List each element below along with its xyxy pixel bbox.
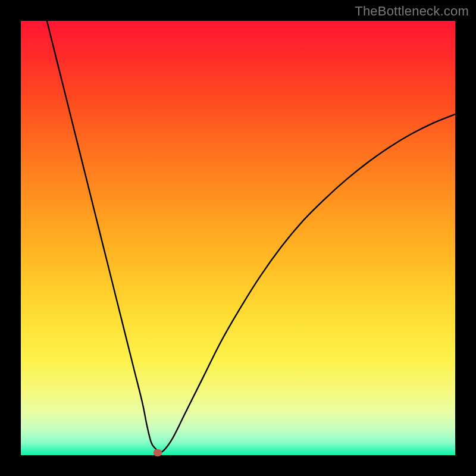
watermark-text: TheBottleneck.com [355,4,469,19]
plot-area [21,21,455,455]
bottleneck-curve [21,21,455,455]
chart-frame: TheBottleneck.com [0,0,476,476]
minimum-marker [154,449,162,456]
